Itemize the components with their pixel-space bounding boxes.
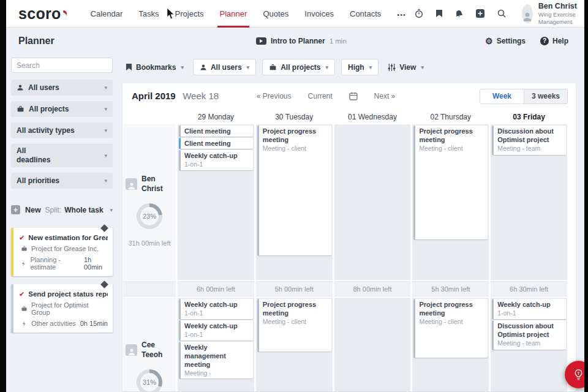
settings-button[interactable]: ⚙ Settings xyxy=(485,37,526,45)
nav-item-more[interactable]: ••• xyxy=(389,0,414,28)
day-header: 02 Thursday xyxy=(412,113,489,121)
event-title: Weekly catch-up xyxy=(497,300,562,309)
user-time-left: 31h 00min left xyxy=(128,239,170,247)
add-icon[interactable] xyxy=(475,9,485,18)
lightning-icon xyxy=(21,260,27,267)
toggle-week[interactable]: Week xyxy=(480,89,524,104)
question-mark-icon xyxy=(540,37,549,45)
day-total: 5h 00min left xyxy=(256,281,333,296)
priority-filter-dropdown[interactable]: High xyxy=(341,59,379,75)
event-card[interactable]: Project progress meetingMeeting - client xyxy=(413,299,488,358)
event-card[interactable]: Weekly catch-up1-on-1 xyxy=(179,299,253,319)
scoro-logo[interactable]: scoro xyxy=(18,6,68,21)
timer-icon[interactable] xyxy=(414,9,424,18)
event-subtitle: 1-on-1 xyxy=(184,331,249,339)
task-card[interactable]: New estimation for Grease I...Project fo… xyxy=(11,228,113,276)
event-card[interactable]: Weekly catch-up1-on-1 xyxy=(492,299,566,319)
event-card[interactable]: Client meeting xyxy=(179,126,253,137)
event-card[interactable]: Discussion about Optimist projectMeeting… xyxy=(492,320,566,350)
drag-handle-icon[interactable] xyxy=(100,224,108,232)
user-menu[interactable]: Ben Christ Wing Exercise Management xyxy=(522,2,584,25)
day-header-row: 29 Monday30 Tuesday01 Wednesday02 Thursd… xyxy=(123,109,567,124)
intro-video-link[interactable]: Intro to Planner 1 min xyxy=(256,37,347,45)
event-card[interactable]: Project progress meetingMeeting - client xyxy=(257,126,331,255)
nav-item-tasks[interactable]: Tasks xyxy=(130,0,167,28)
event-card[interactable]: Project progress meetingMeeting - client xyxy=(257,299,331,352)
planner-grid: 29 Monday30 Tuesday01 Wednesday02 Thursd… xyxy=(123,109,576,391)
filter-all-projects[interactable]: All projects xyxy=(11,101,113,117)
bookmarks-dropdown[interactable]: Bookmarks xyxy=(123,59,187,75)
priority-filter-label: High xyxy=(348,63,364,72)
split-select[interactable]: Whole task xyxy=(64,206,103,214)
event-subtitle: Meeting - client xyxy=(263,318,328,326)
event-card[interactable]: Project progress meetingMeeting - client xyxy=(413,126,488,239)
next-week-button[interactable]: Next » xyxy=(374,92,396,100)
nav-item-planner[interactable]: Planner xyxy=(212,0,255,28)
avatar xyxy=(126,178,137,190)
current-week-button[interactable]: Current xyxy=(308,92,333,100)
event-title: Weekly catch-up xyxy=(184,322,249,330)
toggle-3-weeks[interactable]: 3 weeks xyxy=(524,89,567,104)
event-subtitle: Meeting - team xyxy=(497,145,562,153)
event-subtitle: Meeting - management xyxy=(184,369,249,379)
event-card[interactable]: Discussion about Optimist projectMeeting… xyxy=(492,126,566,155)
nav-item-quotes[interactable]: Quotes xyxy=(255,0,296,28)
user-cell: Ben Christ23%31h 00min left xyxy=(123,124,176,280)
event-card[interactable]: Weekly catch-up1-on-1 xyxy=(179,150,253,170)
planner-main: Bookmarks All users All projects High xyxy=(123,55,576,391)
split-label: Split: xyxy=(45,206,62,214)
chevron-down-icon xyxy=(181,64,184,70)
chevron-down-icon xyxy=(104,106,107,112)
briefcase-icon xyxy=(17,105,24,113)
filter-all-users[interactable]: All users xyxy=(11,80,113,96)
checkmark-icon[interactable] xyxy=(19,235,24,241)
nav-item-contacts[interactable]: Contacts xyxy=(342,0,389,28)
projects-filter-dropdown[interactable]: All projects xyxy=(262,59,335,75)
filter-all-activity-types[interactable]: All activity types xyxy=(11,123,113,138)
nav-item-projects[interactable]: Projects xyxy=(167,0,212,28)
main-menu: CalendarTasksProjectsPlannerQuotesInvoic… xyxy=(83,0,414,28)
event-title: Client meeting xyxy=(184,127,249,135)
view-dropdown[interactable]: View xyxy=(385,59,427,75)
task-project: Project for Grease Inc. xyxy=(31,245,99,252)
unplanned-task-list: New estimation for Grease I...Project fo… xyxy=(11,220,113,333)
day-header: 30 Tuesday xyxy=(256,113,333,121)
checkmark-icon[interactable] xyxy=(19,291,24,298)
drag-handle-icon[interactable] xyxy=(100,281,108,288)
users-filter-dropdown[interactable]: All users xyxy=(193,59,256,75)
help-button[interactable]: Help xyxy=(540,37,568,45)
event-card[interactable]: Weekly management meetingMeeting - manag… xyxy=(179,342,253,379)
bookmark-icon[interactable] xyxy=(435,9,443,18)
chevron-down-icon xyxy=(369,64,372,70)
chevron-down-icon xyxy=(110,207,113,213)
filter-all-priorities[interactable]: All priorities xyxy=(11,173,113,189)
search-icon[interactable] xyxy=(497,9,507,18)
screen-edge xyxy=(584,0,588,392)
filter-all-deadlines[interactable]: All deadlines xyxy=(11,144,113,167)
previous-week-button[interactable]: « Previous xyxy=(257,92,292,100)
screen-edge xyxy=(0,0,6,392)
event-card[interactable]: Client meeting xyxy=(179,138,253,149)
nav-icon-group xyxy=(414,9,507,18)
nav-item-invoices[interactable]: Invoices xyxy=(296,0,342,28)
new-button[interactable]: New xyxy=(25,206,41,214)
search-input[interactable] xyxy=(11,58,113,73)
task-duration: 0h 15min xyxy=(80,320,108,327)
video-duration: 1 min xyxy=(330,37,347,45)
event-card[interactable]: Weekly catch-up1-on-1 xyxy=(179,320,253,341)
user-icon xyxy=(17,84,24,91)
bookmarks-label: Bookmarks xyxy=(136,63,176,72)
chevron-down-icon xyxy=(247,64,250,70)
day-header: 01 Wednesday xyxy=(334,113,411,121)
nav-item-calendar[interactable]: Calendar xyxy=(83,0,131,28)
datepicker-icon[interactable] xyxy=(349,92,358,100)
day-cell: Client meetingClient meetingWeekly catch… xyxy=(178,124,254,280)
notifications-icon[interactable] xyxy=(454,9,464,18)
header-actions: ⚙ Settings Help xyxy=(485,37,568,45)
users-filter-label: All users xyxy=(211,63,242,72)
user-cell: Cee Teeoh31% xyxy=(123,298,176,391)
filter-label: All projects xyxy=(29,105,69,114)
task-card[interactable]: Send project status report t...Project f… xyxy=(11,284,113,333)
event-subtitle: 1-on-1 xyxy=(184,309,249,317)
day-header: 03 Friday xyxy=(491,113,567,121)
